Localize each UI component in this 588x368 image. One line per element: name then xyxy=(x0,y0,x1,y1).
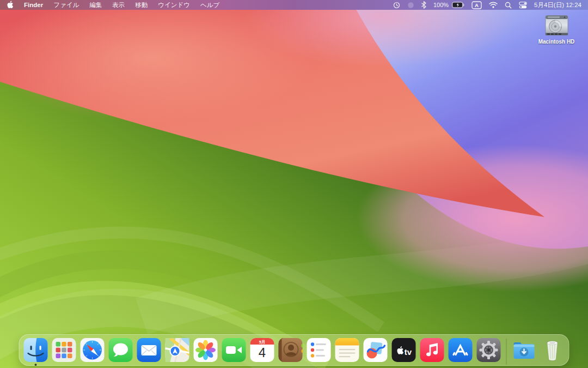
search-icon[interactable] xyxy=(505,2,512,9)
menu-file[interactable]: ファイル xyxy=(53,1,79,9)
bluetooth-icon[interactable] xyxy=(421,1,426,9)
active-app-menu[interactable]: Finder xyxy=(24,2,43,8)
control-center-icon[interactable] xyxy=(519,2,527,9)
menu-bar-left: Finder ファイル 編集 表示 移動 ウインドウ ヘルプ xyxy=(7,1,219,10)
apple-logo-icon xyxy=(7,1,14,9)
wifi-icon[interactable] xyxy=(489,2,498,8)
apple-menu[interactable] xyxy=(7,1,14,10)
desktop-icon-label: Macintosh HD xyxy=(538,39,575,45)
dock-notes-icon[interactable] xyxy=(335,337,360,363)
finder-running-indicator xyxy=(35,364,37,366)
battery-icon[interactable] xyxy=(452,2,464,8)
menu-bar-clock[interactable]: 5月4日(日) 12:24 xyxy=(534,1,581,9)
dock-messages-icon[interactable] xyxy=(108,337,133,363)
dock-mail-icon[interactable] xyxy=(137,337,162,363)
clock-status-icon[interactable] xyxy=(393,2,400,9)
dock-downloads-folder-icon[interactable] xyxy=(512,337,537,363)
dock-launchpad-icon[interactable] xyxy=(52,337,77,363)
menu-window[interactable]: ウインドウ xyxy=(158,1,190,9)
calendar-month-text: 5月 xyxy=(259,340,266,345)
hard-drive-icon xyxy=(544,15,569,38)
dock: 5月 4 xyxy=(19,334,569,366)
dock-music-icon[interactable] xyxy=(420,337,445,363)
dock-tv-icon[interactable]: tv xyxy=(391,337,416,363)
dock-calendar-icon[interactable]: 5月 4 xyxy=(250,337,275,363)
menu-bar-status: 100% A xyxy=(393,1,581,9)
menu-view[interactable]: 表示 xyxy=(112,1,125,9)
dimmed-status-icon[interactable] xyxy=(407,2,414,9)
desktop-icon-macintosh-hd[interactable]: Macintosh HD xyxy=(534,15,579,45)
menu-bar: Finder ファイル 編集 表示 移動 ウインドウ ヘルプ 100% xyxy=(0,0,588,10)
dock-photos-icon[interactable] xyxy=(193,337,218,363)
desktop-wallpaper xyxy=(0,0,588,368)
dock-app-store-icon[interactable] xyxy=(448,337,473,363)
dock-contacts-icon[interactable] xyxy=(278,337,303,363)
dock-safari-icon[interactable] xyxy=(80,337,105,363)
dock-separator xyxy=(506,339,507,365)
dock-facetime-icon[interactable] xyxy=(222,337,247,363)
dock-maps-icon[interactable] xyxy=(165,337,190,363)
menu-go[interactable]: 移動 xyxy=(135,1,148,9)
dock-finder-icon[interactable] xyxy=(23,337,48,363)
input-source-badge[interactable]: A xyxy=(471,1,482,9)
dock-reminders-icon[interactable] xyxy=(307,337,332,363)
battery-percentage: 100% xyxy=(433,2,449,8)
calendar-day-text: 4 xyxy=(259,345,266,360)
input-source-letter: A xyxy=(475,2,479,8)
dock-trash-icon[interactable] xyxy=(540,337,565,363)
menu-help[interactable]: ヘルプ xyxy=(200,1,219,9)
dock-freeform-icon[interactable] xyxy=(363,337,388,363)
tv-logo-text: tv xyxy=(405,347,412,357)
dock-system-settings-icon[interactable] xyxy=(476,337,501,363)
menu-edit[interactable]: 編集 xyxy=(89,1,102,9)
